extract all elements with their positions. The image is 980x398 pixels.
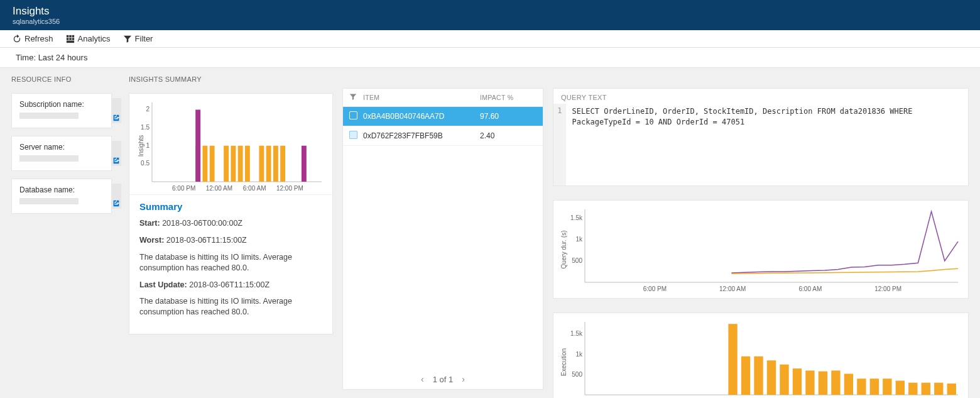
database-card: Database name: (11, 179, 112, 214)
svg-rect-72 (870, 379, 879, 395)
subscription-value (19, 113, 79, 119)
svg-rect-70 (844, 373, 853, 395)
svg-text:1k: 1k (575, 236, 583, 243)
svg-rect-30 (266, 146, 271, 182)
items-card: ITEM IMPACT % 0xBA4B0B040746AA7D97.600xD… (342, 88, 543, 390)
insights-chart: Insights0.511.526:00 PM12:00 AM6:00 AM12… (129, 94, 332, 194)
duration-chart: Query dur. (s)5001k1.5k6:00 PM12:00 AM6:… (560, 206, 962, 294)
refresh-label: Refresh (24, 34, 53, 43)
insights-section-label: INSIGHTS SUMMARY (129, 75, 333, 83)
external-link-icon (112, 113, 121, 122)
svg-rect-77 (934, 383, 943, 395)
svg-rect-28 (245, 146, 250, 182)
svg-rect-6 (66, 40, 74, 43)
svg-rect-33 (195, 109, 200, 182)
item-column-header[interactable]: ITEM (363, 94, 480, 101)
svg-rect-32 (280, 146, 285, 182)
svg-rect-0 (66, 35, 68, 37)
analytics-button[interactable]: Analytics (66, 34, 111, 43)
start-value: 2018-03-06T00:00:00Z (162, 219, 242, 228)
item-id: 0xD762F283F7FBF59B (363, 131, 480, 140)
insights-summary-card: Insights0.511.526:00 PM12:00 AM6:00 AM12… (129, 93, 333, 334)
svg-text:1.5k: 1.5k (570, 330, 583, 337)
refresh-button[interactable]: Refresh (13, 34, 53, 43)
svg-rect-66 (793, 368, 802, 395)
query-column: QUERY TEXT 1 SELECT OrderLineID, OrderID… (553, 88, 969, 398)
filter-column-icon[interactable] (349, 93, 363, 102)
svg-rect-63 (754, 357, 763, 395)
database-label: Database name: (19, 185, 104, 194)
open-subscription-button[interactable] (111, 98, 121, 123)
items-row[interactable]: 0xBA4B0B040746AA7D97.60 (343, 107, 543, 126)
svg-rect-27 (238, 146, 243, 182)
svg-text:1.5: 1.5 (141, 124, 150, 131)
filter-icon (123, 35, 132, 43)
svg-rect-69 (831, 370, 840, 395)
toolbar: Refresh Analytics Filter (0, 30, 980, 48)
svg-rect-34 (302, 146, 307, 182)
item-status-icon (349, 111, 363, 121)
server-card: Server name: (11, 136, 112, 171)
svg-text:1.5k: 1.5k (570, 214, 583, 221)
server-value (19, 155, 79, 162)
svg-text:Query dur. (s): Query dur. (s) (560, 230, 567, 268)
svg-text:Execution: Execution (560, 348, 567, 376)
svg-text:500: 500 (572, 257, 582, 264)
svg-rect-65 (780, 365, 788, 395)
items-row[interactable]: 0xD762F283F7FBF59B2.40 (343, 126, 543, 146)
svg-text:500: 500 (572, 371, 582, 378)
svg-text:1k: 1k (575, 351, 583, 358)
insights-column: INSIGHTS SUMMARY Insights0.511.526:00 PM… (129, 75, 333, 334)
worst-value: 2018-03-06T11:15:00Z (166, 236, 247, 245)
svg-rect-62 (741, 357, 750, 395)
pager-next-button[interactable]: › (462, 374, 465, 384)
svg-text:6:00 AM: 6:00 AM (799, 285, 822, 292)
summary-title: Summary (139, 201, 322, 212)
svg-rect-76 (922, 383, 930, 395)
svg-text:12:00 AM: 12:00 AM (719, 285, 746, 292)
page-title: Insights (13, 5, 967, 18)
svg-text:0.5: 0.5 (141, 160, 150, 167)
svg-text:6:00 PM: 6:00 PM (643, 285, 667, 292)
refresh-icon (13, 35, 21, 43)
subscription-label: Subscription name: (19, 100, 104, 109)
query-line-number: 1 (553, 104, 566, 185)
query-text[interactable]: SELECT OrderLineID, OrderID, StockItemID… (566, 104, 968, 185)
svg-text:12:00 PM: 12:00 PM (276, 185, 303, 192)
svg-text:12:00 AM: 12:00 AM (206, 185, 232, 192)
item-impact: 97.60 (480, 112, 536, 121)
pager: ‹ 1 of 1 › (343, 369, 543, 389)
main-content: RESOURCE INFO Subscription name: Server … (0, 68, 980, 398)
resource-column: RESOURCE INFO Subscription name: Server … (11, 75, 119, 214)
item-impact: 2.40 (480, 131, 536, 140)
svg-rect-67 (805, 370, 814, 395)
impact-column-header[interactable]: IMPACT % (480, 94, 536, 101)
filter-button[interactable]: Filter (123, 34, 153, 43)
execution-chart-card: Execution5001k1.5k6:00 PM12:00 AM6:00 AM… (553, 312, 969, 398)
items-column: ITEM IMPACT % 0xBA4B0B040746AA7D97.600xD… (342, 88, 543, 390)
svg-rect-2 (72, 35, 74, 37)
svg-rect-68 (819, 372, 827, 395)
open-server-button[interactable] (111, 141, 121, 166)
svg-rect-71 (857, 379, 866, 395)
query-body: 1 SELECT OrderLineID, OrderID, StockItem… (553, 104, 968, 185)
summary-desc-1: The database is hitting its IO limits. A… (139, 252, 322, 274)
svg-rect-5 (72, 38, 74, 40)
database-value (19, 198, 79, 204)
svg-rect-74 (896, 380, 905, 395)
execution-chart: Execution5001k1.5k6:00 PM12:00 AM6:00 AM… (560, 318, 962, 398)
svg-text:6:00 AM: 6:00 AM (243, 185, 266, 192)
svg-rect-4 (69, 38, 72, 40)
resource-section-label: RESOURCE INFO (11, 75, 119, 83)
pager-label: 1 of 1 (433, 375, 454, 384)
svg-rect-23 (202, 146, 207, 182)
pager-prev-button[interactable]: ‹ (421, 374, 424, 384)
svg-rect-3 (66, 38, 68, 40)
lastupdate-value: 2018-03-06T11:15:00Z (189, 280, 270, 289)
svg-rect-29 (259, 146, 264, 182)
query-section-label: QUERY TEXT (553, 89, 968, 104)
svg-rect-31 (273, 146, 278, 182)
open-database-button[interactable] (111, 184, 121, 209)
analytics-icon (66, 35, 75, 43)
summary-body: Summary Start: 2018-03-06T00:00:00Z Wors… (129, 194, 332, 334)
